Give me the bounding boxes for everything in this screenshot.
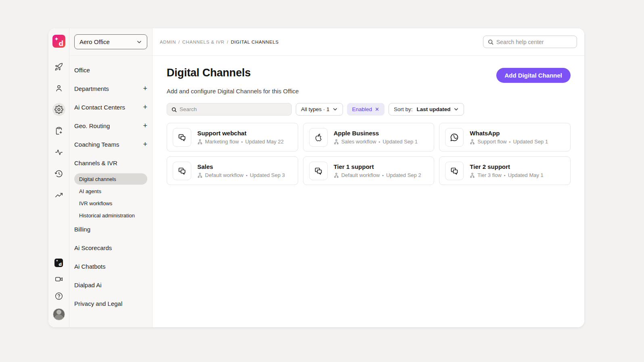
channel-meta: Marketing flow • Updated May 22 (197, 139, 284, 145)
workflow-icon (334, 173, 339, 178)
enabled-filter-chip[interactable]: Enabled ✕ (347, 103, 385, 116)
channel-card[interactable]: WhatsApp Support flow • Updated Sep 1 (439, 123, 571, 152)
clipboard-add-icon[interactable] (52, 124, 65, 137)
add-geo-routing-icon[interactable]: + (143, 122, 147, 129)
workflow-icon (334, 139, 339, 145)
channel-workflow: Default workflow (205, 172, 243, 178)
history-icon[interactable] (52, 167, 65, 180)
help-icon[interactable] (54, 291, 64, 301)
page-subtitle: Add and configure Digital Channels for t… (167, 88, 571, 95)
breadcrumb-admin[interactable]: ADMIN (160, 40, 176, 44)
sidebar-item-privacy-and-legal[interactable]: Privacy and Legal (74, 299, 147, 307)
channel-cards-grid: Support webchat Marketing flow • Updated… (167, 123, 571, 185)
main-header: ADMIN / CHANNELS & IVR / DIGITAL CHANNEL… (153, 28, 584, 56)
channel-search-input[interactable] (180, 106, 287, 112)
webchat-icon (445, 162, 464, 180)
add-digital-channel-button[interactable]: Add Digital Channel (496, 68, 571, 83)
webchat-icon (173, 162, 191, 180)
page-title: Digital Channels (167, 67, 251, 79)
channel-meta: Tier 3 flow • Updated May 1 (470, 172, 544, 178)
rail-bottom: ✦ d (53, 259, 65, 320)
close-icon[interactable]: ✕ (375, 106, 379, 112)
sidebar-item-geo-routing[interactable]: Geo. Routing + (74, 122, 147, 130)
sidebar-subitem-ivr-workflows[interactable]: IVR workflows (74, 198, 147, 209)
page-content: Digital Channels Add Digital Channel Add… (153, 56, 584, 185)
sidebar-item-dialpad-ai[interactable]: Dialpad Ai (74, 281, 147, 289)
channel-name: Apple Business (334, 130, 418, 137)
channel-name: Sales (197, 163, 285, 170)
channel-updated: Updated Sep 1 (383, 139, 418, 145)
add-contact-center-icon[interactable]: + (143, 104, 147, 110)
channel-card[interactable]: Apple Business Sales workflow • Updated … (303, 123, 435, 152)
channel-workflow: Default workflow (341, 172, 380, 178)
trending-up-icon[interactable] (52, 189, 65, 202)
sidebar-header: Aero Office (69, 28, 152, 56)
sidebar-item-ai-contact-centers[interactable]: Ai Contact Centers + (74, 103, 147, 111)
channel-search[interactable] (167, 103, 292, 116)
sidebar-nav: Office Departments + Ai Contact Centers … (69, 56, 152, 318)
channel-card[interactable]: Support webchat Marketing flow • Updated… (167, 123, 298, 152)
main-panel: ADMIN / CHANNELS & IVR / DIGITAL CHANNEL… (153, 28, 584, 327)
sidebar-item-departments[interactable]: Departments + (74, 84, 147, 93)
channel-workflow: Tier 3 flow (477, 172, 501, 178)
breadcrumb-digital-channels: DIGITAL CHANNELS (231, 40, 279, 44)
channel-meta: Default workflow • Updated Sep 3 (197, 172, 285, 178)
chevron-down-icon (332, 107, 338, 112)
admin-app-window: ✦ d (48, 28, 584, 327)
channel-updated: Updated May 22 (245, 139, 284, 145)
sidebar-item-ai-chatbots[interactable]: Ai Chatbots (74, 262, 147, 270)
help-search[interactable] (483, 36, 577, 48)
add-coaching-team-icon[interactable]: + (143, 141, 147, 147)
sidebar-item-coaching-teams[interactable]: Coaching Teams + (74, 140, 147, 148)
help-search-input[interactable] (496, 39, 573, 45)
channel-workflow: Support flow (477, 139, 506, 145)
webchat-icon (173, 128, 191, 147)
chevron-down-icon (136, 39, 142, 45)
type-filter-dropdown[interactable]: All types · 1 (296, 103, 343, 116)
rocket-icon[interactable] (52, 60, 65, 73)
channel-name: Tier 2 support (470, 163, 544, 170)
apple-icon (309, 128, 328, 147)
gear-icon[interactable] (52, 103, 65, 116)
add-departments-icon[interactable]: + (143, 85, 147, 92)
dialpad-logo-icon[interactable]: ✦ d (52, 35, 65, 48)
channel-meta: Support flow • Updated Sep 1 (470, 139, 548, 145)
channel-updated: Updated Sep 2 (386, 172, 421, 178)
channel-card[interactable]: Tier 1 support Default workflow • Update… (303, 156, 435, 185)
sidebar-item-office[interactable]: Office (74, 66, 147, 74)
office-selector-value: Aero Office (79, 38, 110, 45)
channel-card[interactable]: Tier 2 support Tier 3 flow • Updated May… (439, 156, 571, 185)
channel-name: WhatsApp (470, 130, 548, 137)
sidebar-subitem-historical-administration[interactable]: Historical administration (74, 210, 147, 221)
sidebar-item-ai-scorecards[interactable]: Ai Scorecards (74, 244, 147, 252)
channel-updated: Updated May 1 (508, 172, 544, 178)
channel-workflow: Sales workflow (341, 139, 376, 145)
sidebar-subitem-ai-agents[interactable]: AI agents (74, 185, 147, 197)
office-selector[interactable]: Aero Office (74, 34, 147, 49)
sidebar-subitem-digital-channels[interactable]: Digital channels (74, 173, 147, 185)
channel-name: Support webchat (197, 130, 284, 137)
sidebar-item-billing[interactable]: Billing (74, 225, 147, 233)
search-icon (487, 39, 493, 45)
dialpad-mini-logo-icon[interactable]: ✦ d (54, 259, 63, 267)
sidebar-item-channels-ivr[interactable]: Channels & IVR (74, 159, 147, 167)
sort-dropdown[interactable]: Sort by: Last updated (389, 103, 464, 116)
activity-icon[interactable] (52, 146, 65, 159)
user-avatar[interactable] (53, 308, 65, 320)
workflow-icon (197, 139, 203, 145)
workflow-icon (470, 139, 475, 145)
video-icon[interactable] (54, 274, 64, 284)
filter-bar: All types · 1 Enabled ✕ Sort by: Last up… (167, 103, 571, 116)
search-icon (171, 107, 177, 112)
person-icon[interactable] (52, 82, 65, 95)
channel-meta: Sales workflow • Updated Sep 1 (334, 139, 418, 145)
channel-meta: Default workflow • Updated Sep 2 (334, 172, 421, 178)
rail-nav (52, 60, 65, 202)
chevron-down-icon (454, 107, 459, 112)
settings-sidebar: Aero Office Office Departments + Ai Cont… (69, 28, 153, 327)
channel-name: Tier 1 support (334, 163, 421, 170)
channel-card[interactable]: Sales Default workflow • Updated Sep 3 (167, 156, 298, 185)
channel-updated: Updated Sep 1 (513, 139, 548, 145)
breadcrumb-channels-ivr[interactable]: CHANNELS & IVR (182, 40, 224, 44)
breadcrumb: ADMIN / CHANNELS & IVR / DIGITAL CHANNEL… (160, 40, 279, 44)
